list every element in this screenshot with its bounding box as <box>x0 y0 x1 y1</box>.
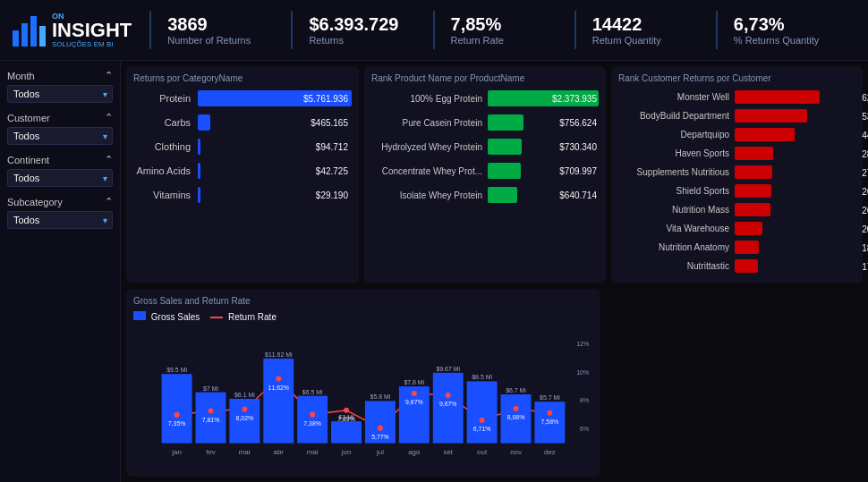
rank-val-2: $730.340 <box>559 142 597 152</box>
rank-bar-1 <box>488 114 523 131</box>
svg-rect-3 <box>39 26 46 47</box>
cust-name-3: Haven Sports <box>618 148 735 158</box>
cat-bar-wrap-2: $94.712 <box>198 139 352 155</box>
chart-card: Gross Sales and Return Rate Gross Sales … <box>126 289 600 477</box>
svg-text:$5.7 Mi: $5.7 Mi <box>540 394 560 401</box>
cust-row-0: Monster Well 625 <box>618 89 855 106</box>
rate-label-1: 7,81% <box>202 417 220 423</box>
cat-bar-wrap-0: $5.761.936 <box>198 90 352 106</box>
rate-dot-1 <box>208 409 214 414</box>
rate-dot-4 <box>310 412 315 418</box>
legend-sales: Gross Sales <box>133 311 200 322</box>
filter-continent: Continent ⌃ Todos <box>7 154 113 187</box>
rate-label-10: 8,08% <box>507 414 525 420</box>
rank-bar-wrap-3: $709.997 <box>488 163 599 179</box>
month-label-9: out <box>477 448 488 456</box>
cust-name-9: Nutrittastic <box>618 261 735 271</box>
kpi-value-0: 3869 <box>167 14 275 35</box>
rank-customer-card: Rank Customer Returns por Customer Monst… <box>611 66 863 283</box>
bar-2 <box>229 399 260 444</box>
bar-5 <box>331 421 362 443</box>
rate-dot-0 <box>174 412 180 418</box>
cust-name-1: BodyBuild Department <box>618 111 735 121</box>
legend-rate-icon <box>210 317 223 318</box>
chevron-icon: ⌃ <box>105 196 113 207</box>
chevron-icon: ⌃ <box>105 70 113 81</box>
rank-product-row-2: Hydrolyzed Whey Protein $730.340 <box>371 137 599 156</box>
cat-val-3: $42.725 <box>316 166 348 176</box>
filter-customer-select[interactable]: Todos <box>7 127 113 145</box>
rate-label-4: 7,38% <box>303 420 321 427</box>
kpi-label-1: Returns <box>309 35 416 46</box>
month-label-2: mar <box>239 448 251 456</box>
cust-val-1: 538 <box>862 111 868 121</box>
rate-dot-2 <box>242 407 247 412</box>
logo: ON INSIGHT SOLUÇÕES EM BI <box>11 12 132 48</box>
rate-label-9: 6,71% <box>473 426 491 432</box>
rank-bar-wrap-4: $640.714 <box>488 187 599 203</box>
cust-bar-wrap-1: 538 <box>735 109 855 123</box>
filter-customer-wrapper[interactable]: Todos <box>7 127 113 145</box>
filter-month-wrapper[interactable]: Todos <box>7 85 113 103</box>
cat-val-4: $29.190 <box>316 190 348 200</box>
category-row-4: Vitamins $29.190 <box>133 185 352 205</box>
rank-bar-wrap-0: $2.373.935 <box>488 90 599 106</box>
filter-continent-select[interactable]: Todos <box>7 169 113 187</box>
cust-val-7: 209 <box>862 224 868 233</box>
cust-val-8: 183 <box>862 242 868 252</box>
logo-icon <box>11 13 47 48</box>
filter-month-select[interactable]: Todos <box>7 85 113 103</box>
svg-text:$11.62 Mi: $11.62 Mi <box>265 351 293 358</box>
filter-month-label: Month ⌃ <box>7 70 113 81</box>
svg-text:$5.8 Mi: $5.8 Mi <box>370 393 391 400</box>
month-label-3: abr <box>274 448 285 456</box>
rank-product-row-3: Concentrate Whey Prot... $709.997 <box>371 161 599 181</box>
cust-val-3: 282 <box>862 148 868 158</box>
svg-text:$9.5 Mi: $9.5 Mi <box>166 367 187 373</box>
filter-customer-label: Customer ⌃ <box>7 112 113 123</box>
rate-dot-5 <box>344 408 349 413</box>
cust-row-8: Nutrition Anatomy 183 <box>618 239 855 256</box>
svg-text:$8.5 Mi: $8.5 Mi <box>472 374 492 380</box>
rate-dot-8 <box>446 393 451 398</box>
kpi-return-rate: 7,85% Return Rate <box>433 11 574 49</box>
cat-bar-3 <box>198 163 200 179</box>
kpi-value-2: 7,85% <box>451 14 558 35</box>
rank-name-1: Pure Casein Protein <box>371 118 488 128</box>
svg-text:$7.8 Mi: $7.8 Mi <box>404 379 424 385</box>
cust-bar-8 <box>735 241 759 254</box>
rank-product-row-0: 100% Egg Protein $2.373.935 <box>371 89 599 108</box>
cat-name-2: Clothing <box>133 141 198 152</box>
rate-label-3: 11,62% <box>268 385 289 391</box>
cust-bar-7 <box>735 222 762 235</box>
rate-dot-9 <box>480 418 485 423</box>
chart-svg: $9.5 Mijan$7 Mifev$6.1 Mimar$11.62 Miabr… <box>133 326 593 470</box>
cust-val-9: 176 <box>862 261 868 271</box>
rank-product-row-4: Isolate Whey Protein $640.714 <box>371 185 599 205</box>
filter-month: Month ⌃ Todos <box>7 70 113 103</box>
rate-dot-11 <box>547 410 552 416</box>
cust-row-5: Shield Sports 269 <box>618 182 855 199</box>
category-title: Returns por CategoryName <box>133 73 352 83</box>
rank-name-3: Concentrate Whey Prot... <box>371 166 488 176</box>
filter-subcategory-select[interactable]: Todos <box>7 211 113 229</box>
content-area: Returns por CategoryName Protein $5.761.… <box>121 61 868 482</box>
rank-product-row-1: Pure Casein Protein $756.624 <box>371 113 599 132</box>
kpi-pct-returns: 6,73% % Returns Quantity <box>716 11 857 49</box>
rank-name-2: Hydrolyzed Whey Protein <box>371 142 488 152</box>
rank-bar-wrap-1: $756.624 <box>488 114 599 131</box>
month-label-8: set <box>443 448 453 456</box>
filter-continent-wrapper[interactable]: Todos <box>7 169 113 187</box>
cust-row-1: BodyBuild Department 538 <box>618 107 855 124</box>
cust-row-4: Supplements Nutritious 275 <box>618 164 855 181</box>
cat-bar-wrap-4: $29.190 <box>198 187 352 203</box>
cust-bar-wrap-5: 269 <box>735 184 855 198</box>
filter-subcategory-wrapper[interactable]: Todos <box>7 211 113 229</box>
chart-title: Gross Sales and Return Rate <box>133 296 593 306</box>
rate-label-11: 7,58% <box>541 419 559 425</box>
cust-name-8: Nutrition Anatomy <box>618 242 735 252</box>
rank-bar-2 <box>488 139 522 155</box>
rate-dot-3 <box>276 376 281 381</box>
kpi-returns-count: 3869 Number of Returns <box>149 11 291 49</box>
cust-row-7: Vita Warehouse 209 <box>618 220 855 237</box>
